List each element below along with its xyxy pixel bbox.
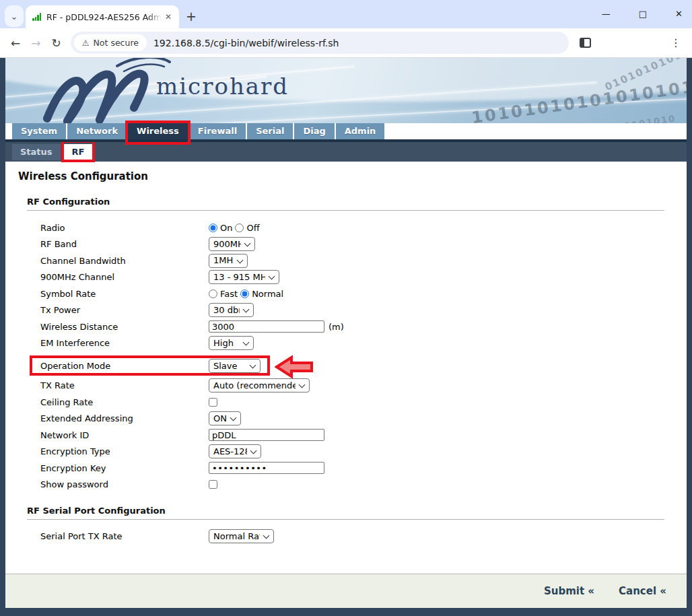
section-divider (27, 519, 664, 520)
minimize-button[interactable]: — (602, 8, 611, 20)
browser-toolbar: ← → ↻ ⚠ Not secure 192.168.8.5/cgi-bin/w… (0, 28, 692, 58)
field-row-extended-addressing: Extended AddressingON (40, 412, 687, 425)
tab-close-icon[interactable]: ✕ (162, 11, 175, 23)
field-label: EM Interference (40, 338, 209, 348)
tx-power-select[interactable]: 30 dbm (209, 303, 254, 317)
tab-search-button[interactable]: ⌄ (5, 5, 24, 27)
field-row-tx-rate: TX RateAuto (recommended) (40, 379, 687, 392)
field-row-show-password: Show password (40, 478, 687, 491)
signal-bars-favicon-icon (32, 13, 41, 21)
reload-icon[interactable]: ↻ (52, 36, 61, 50)
nav-tab-diag[interactable]: Diag (294, 123, 334, 139)
field-row-channel-900mhz: 900MHz Channel13 - 915 MHz (40, 271, 687, 284)
symbol-rate-radio-normal[interactable] (240, 289, 249, 298)
radio-option-off[interactable]: Off (235, 223, 259, 233)
brand-text: microhard (156, 73, 289, 100)
nav-tab-wireless[interactable]: Wireless (128, 123, 188, 139)
binary-decoration: 0101010 (623, 113, 677, 123)
field-row-symbol-rate: Symbol RateFastNormal (40, 287, 687, 300)
field-label: Radio (40, 223, 209, 233)
maximize-button[interactable]: □ (639, 8, 647, 20)
not-secure-label: Not secure (94, 38, 139, 48)
nav-tab-network[interactable]: Network (67, 123, 127, 139)
subnav-tab-rf[interactable]: RF (64, 144, 93, 160)
page-title: Wireless Configuration (18, 170, 687, 182)
field-label: Show password (40, 479, 209, 489)
sub-nav: StatusRF (5, 142, 687, 162)
address-bar[interactable]: ⚠ Not secure 192.168.8.5/cgi-bin/webif/w… (71, 32, 569, 54)
submit-button[interactable]: Submit « (544, 585, 594, 597)
symbol-rate-option-normal[interactable]: Normal (240, 289, 283, 299)
encryption-key-input[interactable] (209, 462, 324, 474)
show-password-checkbox[interactable] (209, 480, 217, 489)
radio-radio-on[interactable] (209, 224, 217, 232)
field-row-network-id: Network ID (40, 428, 687, 442)
subnav-tab-status[interactable]: Status (12, 144, 61, 160)
browser-titlebar: ⌄ RF - pDDL924-AES256 Administ ✕ + — □ ✕ (0, 0, 692, 28)
field-row-operation-mode: Operation ModeSlave (40, 360, 687, 373)
red-arrow-icon (275, 355, 314, 379)
side-panel-icon[interactable] (580, 38, 591, 48)
channel-900mhz-select[interactable]: 13 - 915 MHz (209, 270, 279, 284)
warning-icon: ⚠ (82, 38, 90, 48)
encryption-type-select[interactable]: AES-128 (209, 444, 261, 458)
radio-option-on[interactable]: On (209, 223, 232, 233)
nav-tab-firewall[interactable]: Firewall (189, 123, 246, 139)
field-label: Tx Power (40, 305, 209, 315)
field-label: RF Band (40, 239, 209, 249)
field-label: Network ID (40, 430, 209, 440)
field-label: Encryption Key (40, 463, 209, 473)
tx-rate-select[interactable]: Auto (recommended) (209, 378, 310, 392)
channel-bandwidth-select[interactable]: 1MHz (209, 254, 248, 268)
radio-option-label: Normal (252, 289, 283, 299)
ceiling-rate-checkbox[interactable] (209, 398, 217, 407)
field-label: Operation Mode (40, 361, 209, 371)
field-label: TX Rate (40, 380, 209, 390)
back-icon[interactable]: ← (11, 36, 20, 50)
field-row-encryption-type: Encryption TypeAES-128 (40, 445, 687, 458)
microhard-logo-icon (38, 58, 172, 123)
browser-menu-icon[interactable]: ⋮ (670, 36, 681, 49)
site-frame: microhard 0101010101 10101010101010101 0… (0, 58, 692, 616)
field-row-tx-power: Tx Power30 dbm (40, 304, 687, 317)
symbol-rate-option-fast[interactable]: Fast (209, 289, 238, 299)
field-label: Extended Addressing (40, 413, 209, 423)
main-nav: SystemNetworkWirelessFirewallSerialDiagA… (5, 123, 687, 142)
extended-addressing-select[interactable]: ON (209, 411, 241, 425)
cancel-button[interactable]: Cancel « (619, 585, 666, 597)
operation-mode-select[interactable]: Slave (209, 359, 261, 373)
field-row-em-interference: EM InterferenceHigh (40, 337, 687, 350)
symbol-rate-radio-fast[interactable] (209, 289, 217, 298)
field-row-encryption-key: Encryption Key (40, 461, 687, 475)
section-title: RF Serial Port Configuration (27, 506, 687, 516)
close-button[interactable]: ✕ (675, 8, 683, 20)
field-row-ceiling-rate: Ceiling Rate (40, 395, 687, 409)
section-title: RF Configuration (27, 197, 687, 207)
new-tab-button[interactable]: + (186, 10, 197, 23)
field-label: 900MHz Channel (40, 272, 209, 282)
chevron-down-icon: ⌄ (11, 11, 18, 22)
network-id-input[interactable] (209, 429, 324, 441)
browser-tab[interactable]: RF - pDDL924-AES256 Administ ✕ (26, 5, 179, 28)
field-row-radio: RadioOnOff (40, 221, 687, 234)
forward-icon: → (31, 36, 40, 50)
nav-tab-system[interactable]: System (12, 123, 66, 139)
wireless-distance-input[interactable] (209, 320, 324, 333)
serial-port-tx-rate-select[interactable]: Normal Rate (209, 529, 274, 543)
rf-band-select[interactable]: 900MHz (209, 237, 255, 251)
not-secure-chip[interactable]: ⚠ Not secure (74, 34, 147, 51)
url-text: 192.168.8.5/cgi-bin/webif/wireless-rf.sh (153, 38, 339, 48)
unit-label: (m) (328, 322, 344, 332)
radio-radio-off[interactable] (235, 224, 244, 232)
browser-window: ⌄ RF - pDDL924-AES256 Administ ✕ + — □ ✕… (0, 0, 692, 616)
field-row-rf-band: RF Band900MHz (40, 238, 687, 251)
em-interference-select[interactable]: High (209, 336, 254, 350)
nav-tab-serial[interactable]: Serial (247, 123, 293, 139)
rf-config-form: RF ConfigurationRadioOnOffRF Band900MHzC… (5, 197, 687, 543)
field-row-serial-port-tx-rate: Serial Port TX RateNormal Rate (40, 530, 687, 543)
field-label: Wireless Distance (40, 322, 209, 332)
radio-option-label: On (220, 223, 232, 233)
site-header: microhard 0101010101 10101010101010101 0… (5, 58, 687, 123)
page-content: Wireless Configuration RF ConfigurationR… (5, 162, 687, 574)
nav-tab-admin[interactable]: Admin (336, 123, 385, 139)
